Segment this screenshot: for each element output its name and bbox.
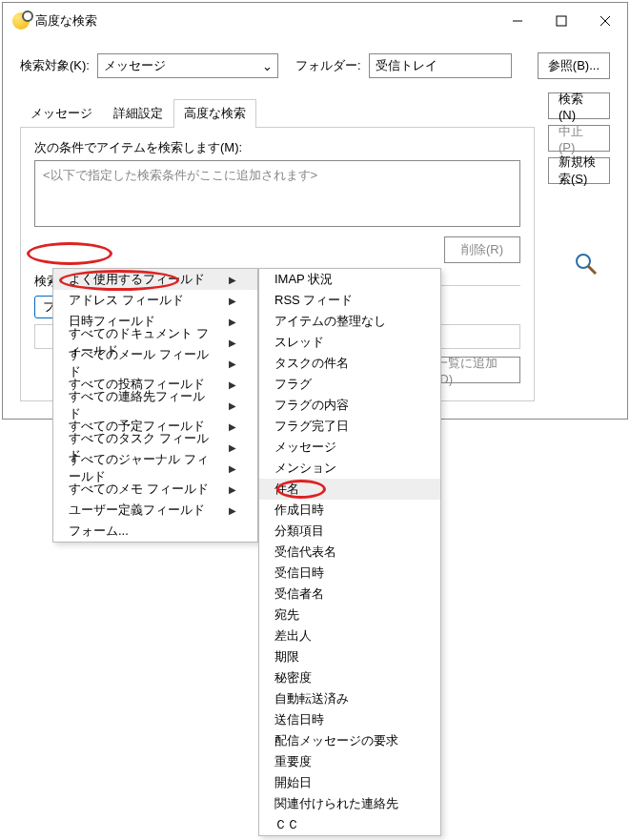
window-title: 高度な検索 <box>35 12 97 30</box>
common-field-item[interactable]: フラグの内容 <box>259 395 440 416</box>
common-field-item[interactable]: アイテムの整理なし <box>259 311 440 332</box>
chevron-down-icon: ⌄ <box>262 59 272 73</box>
close-button[interactable] <box>583 3 627 39</box>
tab-strip: メッセージ 詳細設定 高度な検索 <box>20 98 535 128</box>
common-field-item[interactable]: スレッド <box>259 332 440 353</box>
magnifier-icon <box>575 253 598 276</box>
common-field-item[interactable]: 分類項目 <box>259 521 440 542</box>
field-menu-item[interactable]: フォーム... <box>53 521 257 542</box>
submenu-arrow-icon: ▶ <box>229 463 236 474</box>
submenu-arrow-icon: ▶ <box>229 421 236 432</box>
search-target-combo[interactable]: メッセージ ⌄ <box>97 53 278 78</box>
common-field-item[interactable]: メンション <box>259 458 440 479</box>
common-field-item[interactable]: 自動転送済み <box>259 688 440 709</box>
submenu-arrow-icon: ▶ <box>229 379 236 390</box>
browse-button[interactable]: 参照(B)... <box>538 52 610 79</box>
common-field-item[interactable]: 受信日時 <box>259 563 440 584</box>
search-target-value: メッセージ <box>104 57 166 74</box>
minimize-button[interactable] <box>496 3 539 39</box>
submenu-arrow-icon: ▶ <box>229 338 236 348</box>
common-field-item[interactable]: 重要度 <box>259 751 440 772</box>
submenu-arrow-icon: ▶ <box>229 317 236 327</box>
app-icon <box>12 12 30 30</box>
common-field-item[interactable]: ＣＣ <box>259 814 440 835</box>
common-field-item[interactable]: 作成日時 <box>259 500 440 521</box>
conditions-label: 次の条件でアイテムを検索します(M): <box>34 139 520 156</box>
field-menu: よく使用するフィールド▶アドレス フィールド▶日時フィールド▶すべてのドキュメン… <box>52 268 258 543</box>
common-field-item[interactable]: 受信代表名 <box>259 542 440 563</box>
field-menu-item[interactable]: よく使用するフィールド▶ <box>53 269 257 290</box>
submenu-arrow-icon: ▶ <box>229 400 236 411</box>
folder-label: フォルダー: <box>295 57 361 74</box>
common-field-item[interactable]: 差出人 <box>259 625 440 646</box>
common-field-item[interactable]: フラグ完了日 <box>259 416 440 437</box>
tab-message[interactable]: メッセージ <box>20 99 103 128</box>
common-field-item[interactable]: 秘密度 <box>259 667 440 688</box>
common-field-item[interactable]: 送信日時 <box>259 709 440 730</box>
search-button[interactable]: 検索(N) <box>548 92 610 119</box>
common-field-item[interactable]: 関連付けられた連絡先 <box>259 793 440 814</box>
common-field-item[interactable]: 配信メッセージの要求 <box>259 730 440 751</box>
tab-advanced-search[interactable]: 高度な検索 <box>173 99 256 128</box>
submenu-arrow-icon: ▶ <box>229 505 236 516</box>
submenu-arrow-icon: ▶ <box>229 275 236 285</box>
conditions-placeholder: <以下で指定した検索条件がここに追加されます> <box>43 168 317 182</box>
svg-line-5 <box>588 266 596 274</box>
field-menu-item[interactable]: ユーザー定義フィールド▶ <box>53 500 257 521</box>
common-field-item[interactable]: 期限 <box>259 646 440 667</box>
field-menu-item[interactable]: アドレス フィールド▶ <box>53 290 257 311</box>
submenu-arrow-icon: ▶ <box>229 442 236 453</box>
common-field-item[interactable]: RSS フィード <box>259 290 440 311</box>
common-field-item[interactable]: メッセージ <box>259 437 440 458</box>
folder-value: 受信トレイ <box>376 57 437 74</box>
svg-point-4 <box>577 255 590 268</box>
common-field-item[interactable]: 受信者名 <box>259 584 440 604</box>
field-menu-item[interactable]: すべてのメール フィールド▶ <box>53 353 257 374</box>
delete-button: 削除(R) <box>444 236 520 263</box>
titlebar: 高度な検索 <box>3 3 627 39</box>
field-menu-item[interactable]: すべてのメモ フィールド▶ <box>53 479 257 500</box>
common-field-item[interactable]: IMAP 状況 <box>259 269 440 290</box>
common-field-item[interactable]: 開始日 <box>259 772 440 793</box>
new-search-button[interactable]: 新規検索(S) <box>548 157 610 184</box>
submenu-arrow-icon: ▶ <box>229 296 236 306</box>
stop-button: 中止(P) <box>548 125 610 152</box>
maximize-button[interactable] <box>539 3 583 39</box>
submenu-arrow-icon: ▶ <box>229 484 236 495</box>
field-menu-item[interactable]: すべてのジャーナル フィールド▶ <box>53 458 257 479</box>
common-field-item[interactable]: タスクの件名 <box>259 353 440 374</box>
common-field-item[interactable]: フラグ <box>259 374 440 395</box>
conditions-listbox[interactable]: <以下で指定した検索条件がここに追加されます> <box>34 160 520 227</box>
svg-rect-1 <box>557 16 566 26</box>
folder-value-box: 受信トレイ <box>369 53 512 78</box>
field-menu-item[interactable]: すべての連絡先フィールド▶ <box>53 395 257 416</box>
search-target-label: 検索対象(K): <box>20 57 90 74</box>
common-field-item[interactable]: 宛先 <box>259 604 440 625</box>
tab-advanced-settings[interactable]: 詳細設定 <box>103 99 173 128</box>
common-fields-submenu: IMAP 状況RSS フィードアイテムの整理なしスレッドタスクの件名フラグフラグ… <box>258 268 441 836</box>
common-field-item[interactable]: 件名 <box>259 479 440 500</box>
submenu-arrow-icon: ▶ <box>229 359 236 369</box>
